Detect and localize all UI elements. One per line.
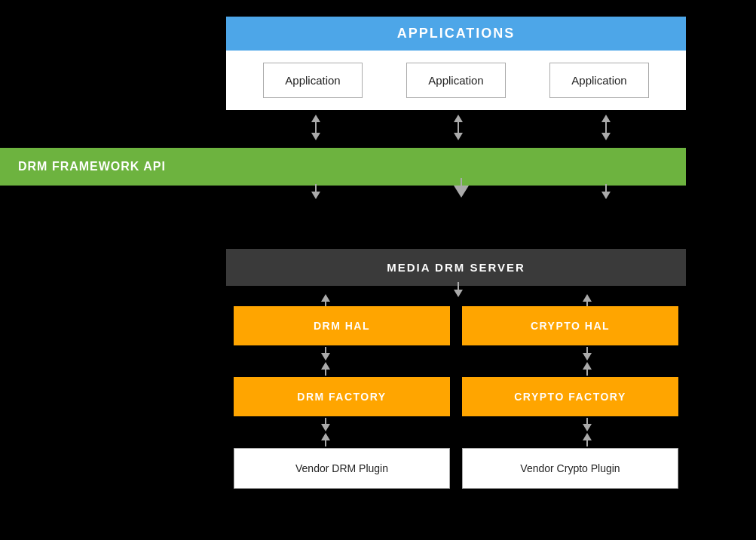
arrow-app1-down: [311, 127, 320, 140]
media-drm-server: MEDIA DRM SERVER: [226, 249, 686, 286]
arrow-drm-hal-down: [321, 347, 330, 361]
factory-row: DRM FACTORY CRYPTO FACTORY: [226, 377, 686, 416]
crypto-factory-box: CRYPTO FACTORY: [462, 377, 678, 416]
vendor-crypto-plugin-box: Vendor Crypto Plugin: [462, 448, 678, 489]
drm-factory-box: DRM FACTORY: [234, 377, 450, 416]
app-box-2: Application: [406, 63, 505, 98]
arrow-app3-up: [601, 115, 611, 128]
arrow-app1-up: [311, 115, 320, 128]
arrow-drm-plugin-up: [321, 433, 330, 446]
drm-framework-api: DRM FRAMEWORK API: [0, 148, 686, 186]
arrow-app2-up: [454, 115, 463, 128]
arrow-crypto-factory-down: [583, 418, 592, 431]
app-box-1: Application: [263, 63, 362, 98]
applications-body: Application Application Application: [226, 51, 686, 110]
drm-hal-box: DRM HAL: [234, 306, 450, 345]
arrow-crypto-hal-up: [583, 294, 592, 306]
arrow-drm-factory-down: [321, 418, 330, 431]
arrow-crypto-hal-down: [583, 347, 592, 361]
arrow-server-down: [454, 282, 463, 297]
arrow-drm-mid-down: [454, 178, 469, 198]
plugin-row: Vendor DRM Plugin Vendor Crypto Plugin: [226, 448, 686, 489]
arrow-crypto-plugin-up: [583, 433, 592, 446]
arrow-app3-down: [601, 127, 611, 140]
arrow-drm-right-down: [601, 184, 611, 199]
arrow-crypto-factory-up: [583, 362, 592, 376]
hal-row: DRM HAL CRYPTO HAL: [226, 306, 686, 345]
crypto-hal-box: CRYPTO HAL: [462, 306, 678, 345]
vendor-drm-plugin-box: Vendor DRM Plugin: [234, 448, 450, 489]
applications-section: APPLICATIONS Application Application App…: [226, 17, 686, 110]
arrow-drm-left-down: [311, 184, 320, 199]
app-box-3: Application: [549, 63, 648, 98]
arrow-drm-hal-up: [321, 294, 330, 306]
applications-header: APPLICATIONS: [226, 17, 686, 51]
arrow-drm-factory-up: [321, 362, 330, 376]
arrow-app2-down: [454, 127, 463, 140]
